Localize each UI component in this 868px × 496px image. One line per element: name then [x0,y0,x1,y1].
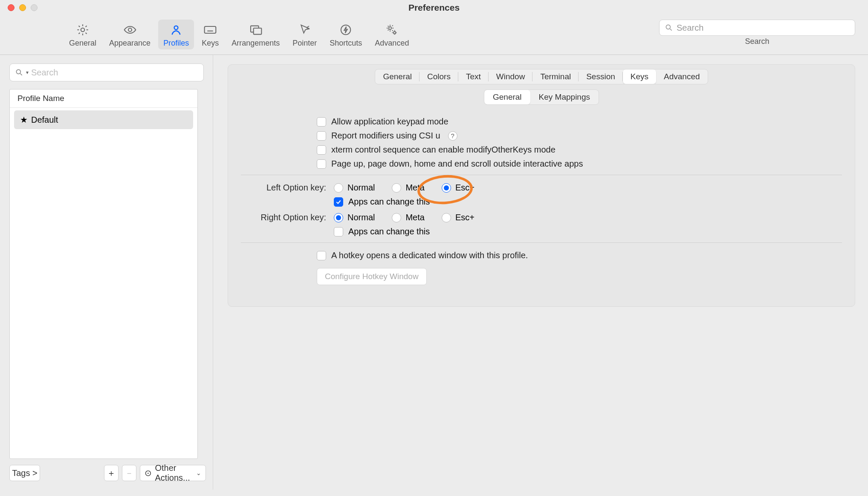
page-scroll-label: Page up, page down, home and end scroll … [331,159,583,169]
radio-label: Normal [347,183,375,193]
toolbar-label: Profiles [163,39,189,48]
toolbar-search[interactable] [659,20,855,36]
sidebar: ▾ Profile Name ★ Default Tags > ＋ － ⊙ Ot… [0,55,213,490]
preferences-toolbar: General Appearance Profiles Keys Arrange… [0,15,868,55]
radio-label: Esc+ [455,183,475,193]
xterm-modify-label: xterm control sequence can enable modify… [331,145,556,155]
svg-point-16 [666,25,670,29]
profile-name: Default [31,115,58,125]
left-option-escplus[interactable]: Esc+ [442,183,475,193]
right-option-label: Right Option key: [241,213,329,222]
profile-row-default[interactable]: ★ Default [14,110,193,129]
right-option-normal[interactable]: Normal [334,213,375,222]
tab-general[interactable]: General [375,69,420,84]
svg-rect-3 [205,26,216,33]
left-option-label: Left Option key: [241,183,329,193]
svg-line-12 [307,29,310,29]
radio-label: Normal [347,213,375,222]
gear-icon [76,22,90,37]
allow-keypad-label: Allow application keypad mode [331,117,448,127]
report-csi-label: Report modifiers using CSI u [331,131,440,141]
windows-icon [248,22,263,37]
window-title: Preferences [0,0,868,15]
svg-point-15 [393,32,396,34]
subtab-general[interactable]: General [484,90,530,104]
chevron-down-icon: ⌄ [196,470,201,476]
sidebar-search-input[interactable] [31,68,198,78]
profile-list-header[interactable]: Profile Name [10,89,197,108]
tab-window[interactable]: Window [489,69,533,84]
chevron-down-icon[interactable]: ▾ [26,69,29,75]
tab-arrangements[interactable]: Arrangements [226,20,285,49]
add-profile-button[interactable]: ＋ [104,465,119,481]
svg-line-19 [20,74,22,75]
hotkey-checkbox[interactable] [317,251,326,260]
toolbar-label: Keys [202,39,219,48]
tab-advanced[interactable]: Advanced [656,69,708,84]
profile-section-tabs: General Colors Text Window Terminal Sess… [375,69,708,84]
profile-list: Profile Name ★ Default [9,89,198,459]
tab-shortcuts[interactable]: Shortcuts [324,20,367,49]
ellipsis-circle-icon: ⊙ [145,468,152,478]
right-apps-change-checkbox[interactable] [334,227,343,236]
tab-terminal[interactable]: Terminal [532,69,579,84]
xterm-modify-checkbox[interactable] [317,145,326,155]
tab-keys[interactable]: Keys [623,69,656,84]
svg-point-2 [174,26,178,30]
toolbar-label: Pointer [292,39,317,48]
search-icon [15,68,23,77]
search-icon [665,23,673,32]
right-option-meta[interactable]: Meta [392,213,424,222]
tab-text[interactable]: Text [458,69,489,84]
svg-point-14 [389,27,391,29]
allow-keypad-checkbox[interactable] [317,117,326,127]
help-button[interactable]: ? [448,131,457,141]
left-apps-change-checkbox[interactable] [334,197,343,207]
radio-label: Esc+ [455,213,475,222]
svg-rect-10 [253,28,261,35]
tab-session[interactable]: Session [579,69,623,84]
left-apps-change-label: Apps can change this [348,197,430,207]
tab-appearance[interactable]: Appearance [104,20,156,49]
toolbar-search-label: Search [745,37,769,46]
star-icon: ★ [20,115,28,125]
other-actions-menu[interactable]: ⊙ Other Actions... ⌄ [140,465,206,481]
minimize-window-button[interactable] [19,4,26,11]
toolbar-label: General [69,39,96,48]
toolbar-label: Appearance [109,39,150,48]
toolbar-label: Advanced [375,39,409,48]
tab-colors[interactable]: Colors [420,69,458,84]
toolbar-search-input[interactable] [677,23,850,33]
remove-profile-button: － [122,465,136,481]
tags-button[interactable]: Tags > [9,465,40,481]
eye-icon [122,22,138,37]
settings-panel: General Colors Text Window Terminal Sess… [228,64,855,307]
tab-pointer[interactable]: Pointer [287,20,322,49]
cursor-icon [298,22,311,37]
radio-label: Meta [405,183,424,193]
left-option-meta[interactable]: Meta [392,183,424,193]
gears-icon [384,22,399,37]
report-csi-checkbox[interactable] [317,131,326,141]
close-window-button[interactable] [8,4,14,11]
left-option-normal[interactable]: Normal [334,183,375,193]
zoom-window-button [31,4,38,11]
other-actions-label: Other Actions... [155,463,193,483]
right-apps-change-label: Apps can change this [348,227,430,236]
sidebar-search[interactable]: ▾ [9,63,204,81]
svg-line-17 [670,29,672,31]
keys-subtabs: General Key Mappings [484,89,599,105]
right-option-escplus[interactable]: Esc+ [442,213,475,222]
svg-point-13 [341,25,351,35]
tab-advanced[interactable]: Advanced [370,20,414,49]
tab-general[interactable]: General [64,20,101,49]
tab-keys[interactable]: Keys [197,20,224,49]
toolbar-label: Shortcuts [330,39,362,48]
tab-profiles[interactable]: Profiles [158,20,194,49]
page-scroll-checkbox[interactable] [317,159,326,169]
divider [241,242,842,243]
toolbar-label: Arrangements [231,39,280,48]
subtab-key-mappings[interactable]: Key Mappings [530,90,599,104]
keyboard-icon [203,22,218,37]
person-icon [170,22,182,37]
